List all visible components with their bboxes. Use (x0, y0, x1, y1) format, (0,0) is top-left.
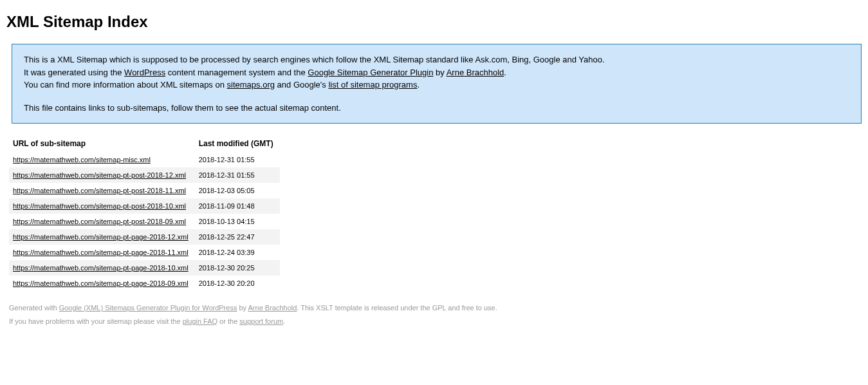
table-row: https://matemathweb.com/sitemap-pt-post-… (9, 167, 280, 183)
col-header-url: URL of sub-sitemap (9, 135, 195, 152)
cell-modified: 2018-12-31 01:55 (195, 167, 280, 183)
cell-url: https://matemathweb.com/sitemap-pt-post-… (9, 167, 195, 183)
sitemap-table: URL of sub-sitemap Last modified (GMT) h… (9, 135, 280, 291)
info-text: You can find more information about XML … (24, 80, 227, 89)
sitemap-link[interactable]: https://matemathweb.com/sitemap-pt-post-… (13, 202, 186, 210)
info-text: . (504, 68, 506, 77)
sitemap-link[interactable]: https://matemathweb.com/sitemap-misc.xml (13, 156, 151, 164)
footer-help: If you have problems with your sitemap p… (9, 315, 862, 328)
cell-modified: 2018-12-24 03:39 (195, 245, 280, 260)
info-text: content management system and the (165, 68, 308, 77)
sitemap-link[interactable]: https://matemathweb.com/sitemap-pt-post-… (13, 171, 186, 179)
cell-url: https://matemathweb.com/sitemap-pt-post-… (9, 198, 195, 214)
cell-modified: 2018-11-09 01:48 (195, 198, 280, 214)
cell-modified: 2018-12-31 01:55 (195, 152, 280, 167)
sitemap-link[interactable]: https://matemathweb.com/sitemap-pt-page-… (13, 279, 189, 287)
col-header-modified: Last modified (GMT) (195, 135, 280, 152)
table-row: https://matemathweb.com/sitemap-pt-post-… (9, 198, 280, 214)
sitemap-link[interactable]: https://matemathweb.com/sitemap-pt-page-… (13, 264, 189, 272)
footer: Generated with Google (XML) Sitemaps Gen… (9, 301, 862, 328)
sitemap-link[interactable]: https://matemathweb.com/sitemap-pt-page-… (13, 233, 189, 241)
wordpress-link[interactable]: WordPress (124, 68, 165, 77)
cell-modified: 2018-12-03 05:05 (195, 183, 280, 198)
cell-url: https://matemathweb.com/sitemap-pt-page-… (9, 260, 195, 276)
footer-text: Generated with (9, 304, 59, 312)
info-text: and Google's (275, 80, 328, 89)
info-text: . (417, 80, 420, 89)
forum-link[interactable]: support forum (239, 317, 283, 325)
programs-link[interactable]: list of sitemap programs (328, 80, 417, 89)
footer-text: If you have problems with your sitemap p… (9, 317, 183, 325)
faq-link[interactable]: plugin FAQ (183, 317, 217, 325)
cell-url: https://matemathweb.com/sitemap-pt-page-… (9, 229, 195, 245)
table-row: https://matemathweb.com/sitemap-pt-post-… (9, 214, 280, 229)
page-title: XML Sitemap Index (6, 13, 862, 31)
info-box: This is a XML Sitemap which is supposed … (12, 44, 862, 124)
table-row: https://matemathweb.com/sitemap-pt-page-… (9, 260, 280, 276)
table-row: https://matemathweb.com/sitemap-pt-post-… (9, 183, 280, 198)
sitemap-link[interactable]: https://matemathweb.com/sitemap-pt-post-… (13, 187, 186, 194)
table-row: https://matemathweb.com/sitemap-pt-page-… (9, 245, 280, 260)
footer-author-link[interactable]: Arne Brachhold (248, 304, 297, 312)
cell-modified: 2018-12-25 22:47 (195, 229, 280, 245)
info-line-2: It was generated using the WordPress con… (24, 66, 849, 79)
sitemap-link[interactable]: https://matemathweb.com/sitemap-pt-page-… (13, 249, 189, 256)
cell-url: https://matemathweb.com/sitemap-pt-post-… (9, 214, 195, 229)
cell-url: https://matemathweb.com/sitemap-pt-post-… (9, 183, 195, 198)
generator-link[interactable]: Google (XML) Sitemaps Generator Plugin f… (59, 304, 237, 312)
footer-text: . (283, 317, 285, 325)
info-text: by (433, 68, 446, 77)
footer-generated: Generated with Google (XML) Sitemaps Gen… (9, 301, 862, 315)
author-link[interactable]: Arne Brachhold (447, 68, 504, 77)
cell-modified: 2018-12-30 20:25 (195, 260, 280, 276)
info-text: It was generated using the (24, 68, 124, 77)
plugin-link[interactable]: Google Sitemap Generator Plugin (308, 68, 433, 77)
info-line-1: This is a XML Sitemap which is supposed … (24, 53, 849, 66)
table-row: https://matemathweb.com/sitemap-misc.xml… (9, 152, 280, 167)
info-line-3: You can find more information about XML … (24, 79, 849, 91)
cell-url: https://matemathweb.com/sitemap-pt-page-… (9, 276, 195, 291)
table-row: https://matemathweb.com/sitemap-pt-page-… (9, 229, 280, 245)
footer-text: or the (217, 317, 239, 325)
footer-text: by (237, 304, 248, 312)
sitemaps-link[interactable]: sitemaps.org (227, 80, 275, 89)
cell-url: https://matemathweb.com/sitemap-pt-page-… (9, 245, 195, 260)
cell-url: https://matemathweb.com/sitemap-misc.xml (9, 152, 195, 167)
cell-modified: 2018-12-30 20:20 (195, 276, 280, 291)
table-row: https://matemathweb.com/sitemap-pt-page-… (9, 276, 280, 291)
sitemap-link[interactable]: https://matemathweb.com/sitemap-pt-post-… (13, 218, 186, 225)
info-line-4: This file contains links to sub-sitemaps… (24, 102, 849, 115)
cell-modified: 2018-10-13 04:15 (195, 214, 280, 229)
footer-text: . This XSLT template is released under t… (297, 304, 497, 312)
